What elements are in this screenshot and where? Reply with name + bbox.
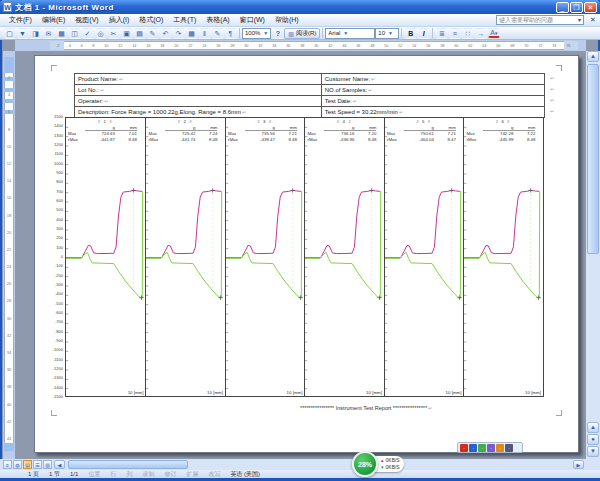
chart-panel-2: # 2 #gmmMax725.427.24rMax-441.748.4810 […	[145, 118, 224, 396]
show-hide-icon[interactable]: ¶	[225, 28, 237, 39]
outline-view-button[interactable]: ☰	[33, 460, 42, 469]
previous-page-icon[interactable]: ▲	[587, 422, 599, 433]
redo-icon[interactable]: ↷	[173, 28, 185, 39]
series-return	[464, 191, 540, 298]
next-page-icon[interactable]: ▼	[587, 446, 599, 457]
menu-item-6[interactable]: 表格(A)	[201, 14, 234, 26]
undo-icon[interactable]: ↶	[160, 28, 172, 39]
top-margin-marker[interactable]	[4, 57, 14, 73]
new-document-icon[interactable]: ▢	[4, 28, 16, 39]
y-tick-label: 1100	[54, 152, 63, 156]
spelling-icon[interactable]: ✓	[82, 28, 94, 39]
indent-button[interactable]: →	[475, 28, 487, 39]
panel-value-row: rMax-438.478.48	[228, 137, 301, 143]
print-icon[interactable]: ▦	[56, 28, 68, 39]
horizontal-ruler[interactable]: 2468101214161820222426283032343638404244…	[15, 40, 586, 51]
word-app-icon: W	[3, 2, 12, 12]
select-browse-object-icon[interactable]: ●	[587, 434, 599, 445]
bottom-margin-marker[interactable]	[4, 443, 14, 451]
scroll-right-icon[interactable]: ▶	[573, 460, 584, 469]
table-cell[interactable]: Product Name:↵	[75, 74, 322, 85]
font-size-select[interactable]: 10 ▼	[375, 28, 399, 39]
panel-header: # 2 #gmmMax725.427.24rMax-441.748.48	[148, 119, 221, 142]
normal-view-button[interactable]: ≡	[3, 460, 12, 469]
table-cell[interactable]: Lot No.:↵	[75, 85, 322, 96]
paste-icon[interactable]: ▤	[134, 28, 146, 39]
panel-value-row: rMax-436.968.48	[307, 137, 380, 143]
bullets-button[interactable]: ∷	[462, 28, 474, 39]
ime-pen-icon[interactable]: ·	[478, 444, 486, 452]
y-tick-label: 800	[56, 180, 63, 184]
horizontal-scroll-thumb[interactable]	[68, 460, 188, 469]
test-report-chart[interactable]: 1500140013001200110010009008007006005004…	[49, 116, 546, 408]
y-tick-label: -1500	[53, 395, 63, 399]
bold-button[interactable]: B	[405, 28, 417, 39]
font-name-select[interactable]: Arial ▼	[325, 28, 375, 39]
series-force	[305, 190, 380, 257]
network-speed-widget[interactable]: 28% ▴ 0KB/S ▾ 0KB/S	[352, 451, 404, 477]
menu-item-1[interactable]: 编辑(E)	[37, 14, 70, 26]
x-axis-label: 10 [mm]	[287, 390, 303, 395]
web-layout-view-button[interactable]: ◍	[13, 460, 22, 469]
copy-icon[interactable]: ▣	[121, 28, 133, 39]
paragraph-mark-icon: ↵	[100, 87, 104, 93]
table-cell[interactable]: Test Date:↵	[321, 96, 544, 107]
scroll-left-icon[interactable]: ◀	[54, 460, 65, 469]
email-icon[interactable]: ✉	[43, 28, 55, 39]
x-axis-label: 10 [mm]	[366, 390, 382, 395]
italic-button[interactable]: I	[418, 28, 430, 39]
help-icon[interactable]: ?	[272, 28, 284, 39]
menu-item-5[interactable]: 工具(T)	[168, 14, 201, 26]
format-painter-icon[interactable]: ✎	[147, 28, 159, 39]
zoom-select[interactable]: 100% ▼	[242, 28, 271, 39]
table-cell[interactable]: Customer Name:↵	[321, 74, 544, 85]
x-axis-label: 10 [mm]	[525, 390, 541, 395]
align-button[interactable]: ≣	[436, 28, 448, 39]
header-info-table[interactable]: Product Name:↵Customer Name:↵Lot No.:↵NO…	[74, 73, 545, 118]
drawing-icon[interactable]: ✎	[212, 28, 224, 39]
read-mode-button[interactable]: ▥ 阅读(R)	[284, 28, 320, 39]
vertical-scroll-thumb[interactable]	[587, 64, 599, 254]
ime-board-icon[interactable]: ·	[487, 444, 495, 452]
menu-item-8[interactable]: 帮助(H)	[270, 14, 304, 26]
insert-table-icon[interactable]: ▦	[186, 28, 198, 39]
cut-icon[interactable]: ✂	[108, 28, 120, 39]
document-page[interactable]: Product Name:↵Customer Name:↵Lot No.:↵NO…	[34, 55, 579, 453]
print-layout-view-button[interactable]: ▤	[23, 460, 32, 469]
minimize-button[interactable]: _	[556, 2, 569, 13]
restore-button[interactable]: ❐	[570, 2, 583, 13]
table-cell[interactable]: NO.of Samples:↵	[321, 85, 544, 96]
scroll-up-icon[interactable]: ▲	[587, 51, 599, 62]
menu-item-4[interactable]: 格式(O)	[134, 14, 168, 26]
horizontal-scroll-track[interactable]	[66, 460, 570, 469]
menu-item-7[interactable]: 窗口(W)	[235, 14, 270, 26]
close-button[interactable]: ✕	[584, 2, 597, 13]
ime-lang-icon[interactable]: ·	[460, 444, 468, 452]
y-tick-label: -100	[55, 264, 63, 268]
close-document-icon[interactable]: ✕	[588, 16, 598, 24]
numbering-button[interactable]: ≡	[449, 28, 461, 39]
print-preview-icon[interactable]: ◫	[69, 28, 81, 39]
open-icon[interactable]: ▼	[17, 28, 29, 39]
title-bar[interactable]: W 文档 1 - Microsoft Word _ ❐ ✕	[0, 0, 600, 14]
vertical-scrollbar[interactable]: ▲ ▲ ● ▼	[586, 51, 600, 459]
menu-item-2[interactable]: 视图(V)	[70, 14, 103, 26]
speed-percent-badge[interactable]: 28%	[352, 451, 378, 477]
report-footer-text: **************** Instrument Test Report …	[300, 405, 432, 411]
ime-wrench-icon[interactable]: ·	[505, 444, 513, 452]
ime-mode-icon[interactable]: ·	[469, 444, 477, 452]
vertical-ruler[interactable]: 2468101214161820222426283032343638404244	[3, 51, 15, 459]
ime-toolbar[interactable]: ······	[457, 442, 523, 453]
columns-icon[interactable]: ‖	[199, 28, 211, 39]
ime-settings-icon[interactable]: ·	[496, 444, 504, 452]
help-question-input[interactable]: 键入需要帮助的问题 ▾	[496, 15, 584, 25]
menu-item-3[interactable]: 插入(I)	[104, 14, 135, 26]
margin-crop-mark	[51, 410, 57, 416]
research-icon[interactable]: ◎	[95, 28, 107, 39]
table-cell[interactable]: Operater:↵	[75, 96, 322, 107]
menu-item-0[interactable]: 文件(F)	[4, 14, 37, 26]
reading-view-button[interactable]: ▥	[43, 460, 52, 469]
font-color-button[interactable]: A▾	[488, 28, 500, 38]
save-icon[interactable]: ◨	[30, 28, 42, 39]
y-tick-label: -1100	[53, 358, 63, 362]
